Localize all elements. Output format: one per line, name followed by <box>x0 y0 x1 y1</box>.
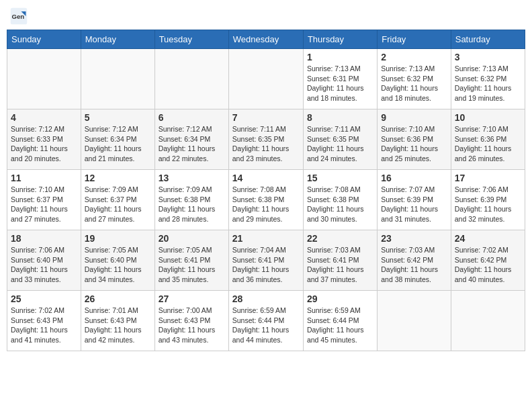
day-info: Sunrise: 7:12 AM Sunset: 6:34 PM Dayligh… <box>159 124 225 164</box>
calendar-week-row: 11Sunrise: 7:10 AM Sunset: 6:37 PM Dayli… <box>7 170 525 230</box>
weekday-header-tuesday: Tuesday <box>154 30 228 49</box>
day-number: 5 <box>85 112 151 123</box>
day-number: 27 <box>159 293 225 304</box>
calendar-cell <box>378 291 451 351</box>
day-number: 20 <box>159 233 225 244</box>
day-number: 24 <box>455 233 521 244</box>
calendar-cell: 1Sunrise: 7:13 AM Sunset: 6:31 PM Daylig… <box>303 49 377 109</box>
day-info: Sunrise: 7:12 AM Sunset: 6:33 PM Dayligh… <box>11 124 77 164</box>
day-number: 28 <box>232 293 300 304</box>
day-number: 14 <box>232 173 300 183</box>
calendar-cell: 12Sunrise: 7:09 AM Sunset: 6:37 PM Dayli… <box>81 170 154 230</box>
day-info: Sunrise: 7:04 AM Sunset: 6:41 PM Dayligh… <box>232 245 300 285</box>
calendar-cell: 15Sunrise: 7:08 AM Sunset: 6:38 PM Dayli… <box>303 170 377 230</box>
weekday-header-saturday: Saturday <box>451 30 525 49</box>
calendar-table: SundayMondayTuesdayWednesdayThursdayFrid… <box>7 30 525 351</box>
calendar-cell: 23Sunrise: 7:03 AM Sunset: 6:42 PM Dayli… <box>378 230 451 291</box>
day-info: Sunrise: 7:11 AM Sunset: 6:35 PM Dayligh… <box>232 124 300 164</box>
calendar-cell: 19Sunrise: 7:05 AM Sunset: 6:40 PM Dayli… <box>81 230 154 291</box>
calendar-cell: 25Sunrise: 7:02 AM Sunset: 6:43 PM Dayli… <box>7 291 81 351</box>
calendar-cell <box>7 49 81 109</box>
day-number: 22 <box>307 233 373 244</box>
calendar-cell <box>154 49 228 109</box>
weekday-header-monday: Monday <box>81 30 154 49</box>
day-info: Sunrise: 7:02 AM Sunset: 6:42 PM Dayligh… <box>455 245 521 285</box>
day-info: Sunrise: 7:09 AM Sunset: 6:37 PM Dayligh… <box>85 185 151 224</box>
day-number: 17 <box>455 173 521 183</box>
calendar-cell: 11Sunrise: 7:10 AM Sunset: 6:37 PM Dayli… <box>7 170 81 230</box>
calendar-cell <box>81 49 154 109</box>
calendar-week-row: 4Sunrise: 7:12 AM Sunset: 6:33 PM Daylig… <box>7 109 525 170</box>
day-number: 16 <box>381 173 447 183</box>
day-info: Sunrise: 7:10 AM Sunset: 6:36 PM Dayligh… <box>381 124 447 164</box>
day-number: 4 <box>11 112 77 123</box>
day-number: 10 <box>455 112 521 123</box>
day-number: 11 <box>11 173 77 183</box>
day-info: Sunrise: 7:13 AM Sunset: 6:32 PM Dayligh… <box>455 64 521 103</box>
calendar-cell: 2Sunrise: 7:13 AM Sunset: 6:32 PM Daylig… <box>378 49 451 109</box>
header: Gen <box>7 7 525 26</box>
logo: Gen <box>9 7 31 26</box>
day-info: Sunrise: 7:08 AM Sunset: 6:38 PM Dayligh… <box>307 185 373 224</box>
day-info: Sunrise: 7:05 AM Sunset: 6:41 PM Dayligh… <box>159 245 225 285</box>
day-info: Sunrise: 6:59 AM Sunset: 6:44 PM Dayligh… <box>307 306 373 345</box>
calendar-cell: 10Sunrise: 7:10 AM Sunset: 6:36 PM Dayli… <box>451 109 525 170</box>
calendar-cell: 17Sunrise: 7:06 AM Sunset: 6:39 PM Dayli… <box>451 170 525 230</box>
day-number: 26 <box>85 293 151 304</box>
weekday-header-friday: Friday <box>378 30 451 49</box>
calendar-cell: 9Sunrise: 7:10 AM Sunset: 6:36 PM Daylig… <box>378 109 451 170</box>
day-number: 12 <box>85 173 151 183</box>
calendar-cell: 24Sunrise: 7:02 AM Sunset: 6:42 PM Dayli… <box>451 230 525 291</box>
day-number: 21 <box>232 233 300 244</box>
day-info: Sunrise: 7:03 AM Sunset: 6:41 PM Dayligh… <box>307 245 373 285</box>
calendar-cell <box>228 49 303 109</box>
calendar-cell: 28Sunrise: 6:59 AM Sunset: 6:44 PM Dayli… <box>228 291 303 351</box>
calendar-cell: 20Sunrise: 7:05 AM Sunset: 6:41 PM Dayli… <box>154 230 228 291</box>
calendar-cell: 21Sunrise: 7:04 AM Sunset: 6:41 PM Dayli… <box>228 230 303 291</box>
day-number: 8 <box>307 112 373 123</box>
day-info: Sunrise: 7:06 AM Sunset: 6:40 PM Dayligh… <box>11 245 77 285</box>
calendar-week-row: 1Sunrise: 7:13 AM Sunset: 6:31 PM Daylig… <box>7 49 525 109</box>
day-number: 13 <box>159 173 225 183</box>
day-number: 19 <box>85 233 151 244</box>
day-number: 2 <box>381 52 447 62</box>
calendar-cell: 22Sunrise: 7:03 AM Sunset: 6:41 PM Dayli… <box>303 230 377 291</box>
calendar-cell: 4Sunrise: 7:12 AM Sunset: 6:33 PM Daylig… <box>7 109 81 170</box>
day-info: Sunrise: 7:01 AM Sunset: 6:43 PM Dayligh… <box>85 306 151 345</box>
svg-text:Gen: Gen <box>12 13 25 20</box>
day-info: Sunrise: 7:03 AM Sunset: 6:42 PM Dayligh… <box>381 245 447 285</box>
day-number: 3 <box>455 52 521 62</box>
day-info: Sunrise: 7:07 AM Sunset: 6:39 PM Dayligh… <box>381 185 447 224</box>
calendar-cell <box>451 291 525 351</box>
calendar-cell: 13Sunrise: 7:09 AM Sunset: 6:38 PM Dayli… <box>154 170 228 230</box>
weekday-header-wednesday: Wednesday <box>228 30 303 49</box>
day-number: 18 <box>11 233 77 244</box>
calendar-cell: 6Sunrise: 7:12 AM Sunset: 6:34 PM Daylig… <box>154 109 228 170</box>
calendar-cell: 5Sunrise: 7:12 AM Sunset: 6:34 PM Daylig… <box>81 109 154 170</box>
calendar-cell: 7Sunrise: 7:11 AM Sunset: 6:35 PM Daylig… <box>228 109 303 170</box>
logo-icon: Gen <box>9 7 28 26</box>
day-number: 15 <box>307 173 373 183</box>
day-number: 1 <box>307 52 373 62</box>
day-info: Sunrise: 7:10 AM Sunset: 6:36 PM Dayligh… <box>455 124 521 164</box>
calendar-cell: 16Sunrise: 7:07 AM Sunset: 6:39 PM Dayli… <box>378 170 451 230</box>
day-info: Sunrise: 7:06 AM Sunset: 6:39 PM Dayligh… <box>455 185 521 224</box>
calendar-week-row: 25Sunrise: 7:02 AM Sunset: 6:43 PM Dayli… <box>7 291 525 351</box>
day-info: Sunrise: 7:12 AM Sunset: 6:34 PM Dayligh… <box>85 124 151 164</box>
calendar-header-row: SundayMondayTuesdayWednesdayThursdayFrid… <box>7 30 525 49</box>
day-info: Sunrise: 7:00 AM Sunset: 6:43 PM Dayligh… <box>159 306 225 345</box>
calendar-cell: 26Sunrise: 7:01 AM Sunset: 6:43 PM Dayli… <box>81 291 154 351</box>
weekday-header-thursday: Thursday <box>303 30 377 49</box>
day-number: 23 <box>381 233 447 244</box>
calendar-cell: 3Sunrise: 7:13 AM Sunset: 6:32 PM Daylig… <box>451 49 525 109</box>
calendar-cell: 8Sunrise: 7:11 AM Sunset: 6:35 PM Daylig… <box>303 109 377 170</box>
calendar-cell: 29Sunrise: 6:59 AM Sunset: 6:44 PM Dayli… <box>303 291 377 351</box>
day-number: 29 <box>307 293 373 304</box>
day-info: Sunrise: 7:11 AM Sunset: 6:35 PM Dayligh… <box>307 124 373 164</box>
day-number: 9 <box>381 112 447 123</box>
day-info: Sunrise: 7:02 AM Sunset: 6:43 PM Dayligh… <box>11 306 77 345</box>
day-info: Sunrise: 7:10 AM Sunset: 6:37 PM Dayligh… <box>11 185 77 224</box>
calendar-cell: 14Sunrise: 7:08 AM Sunset: 6:38 PM Dayli… <box>228 170 303 230</box>
day-info: Sunrise: 7:13 AM Sunset: 6:32 PM Dayligh… <box>381 64 447 103</box>
day-number: 6 <box>159 112 225 123</box>
